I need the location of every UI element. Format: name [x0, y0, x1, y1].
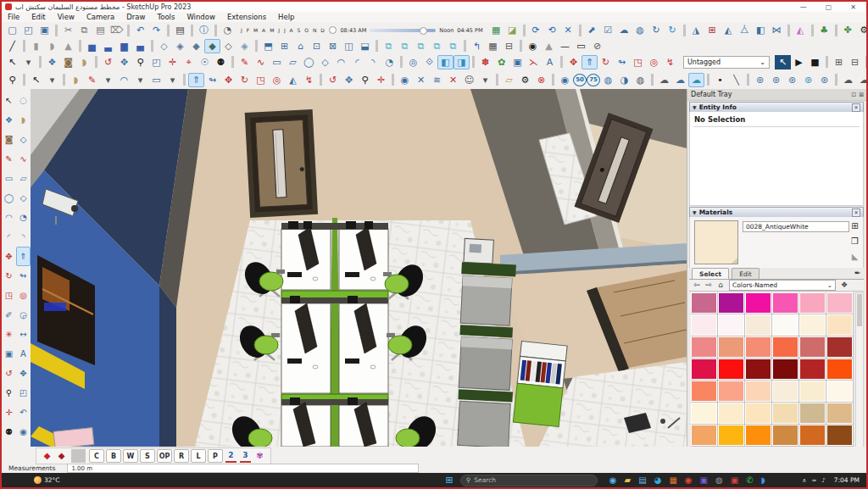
circle-tool-icon[interactable]: ◯ — [2, 188, 16, 208]
tag-tool-icon[interactable]: ◇ — [16, 130, 31, 149]
color-swatch[interactable] — [691, 292, 717, 314]
dimension-mode-button[interactable]: 2 — [225, 449, 236, 463]
style-xray-icon[interactable]: ◈ — [236, 39, 253, 53]
freehand-icon[interactable]: ∿ — [253, 55, 269, 69]
dd4-icon[interactable]: ▾ — [164, 73, 181, 87]
dd5-icon[interactable]: ▾ — [477, 73, 493, 87]
cloud-download-icon[interactable]: ☁ — [616, 23, 632, 37]
toolbar-icon[interactable] — [214, 25, 217, 36]
undo-icon[interactable]: ↶ — [132, 23, 148, 37]
two-pt-arc-tool-icon[interactable]: ◜ — [2, 227, 16, 247]
layer-tool-button[interactable]: B — [106, 449, 121, 463]
copy1-icon[interactable]: ⧉ — [381, 39, 397, 53]
push-pull2-icon[interactable]: ⇑ — [188, 73, 204, 87]
mirror2-icon[interactable]: ◭ — [285, 73, 301, 87]
twist-icon[interactable]: ↯ — [662, 55, 678, 69]
polygon-tool-icon[interactable]: ◇ — [16, 188, 31, 208]
play-animation-icon[interactable]: ▶ — [791, 55, 807, 69]
rotated-rect-icon[interactable]: ▱ — [285, 55, 301, 69]
zoom-ext2-icon[interactable]: ✛ — [373, 73, 389, 87]
close-button[interactable]: ✕ — [850, 3, 856, 11]
menu-item[interactable]: Camera — [81, 13, 120, 21]
tray-network-icon[interactable]: ≈ — [811, 477, 816, 484]
layer-tool-button[interactable]: W — [123, 449, 138, 463]
color-swatch[interactable] — [745, 336, 771, 358]
color-swatch[interactable] — [826, 358, 853, 380]
rectangle-icon[interactable]: ▭ — [269, 55, 285, 69]
toolbar-icon[interactable] — [127, 25, 130, 36]
layer-tool-button[interactable]: P — [208, 449, 223, 463]
style-wireframe-icon[interactable]: ◇ — [156, 39, 172, 53]
walk-tool-icon[interactable]: ⚉ — [2, 422, 16, 442]
taskbar-telegram-icon[interactable]: ◗ — [761, 476, 765, 485]
orbit2-icon[interactable]: ↺ — [325, 73, 341, 87]
position-camera-icon[interactable]: ☉ — [197, 55, 213, 69]
fifty-icon[interactable]: 50 — [573, 74, 587, 86]
rotated-rect-tool-icon[interactable]: ▱ — [16, 169, 31, 188]
lasso-tool-icon[interactable]: ◌ — [16, 91, 31, 110]
select-icon[interactable]: ↖ — [4, 55, 20, 69]
orbit-icon[interactable]: ↺ — [100, 55, 116, 69]
eye-icon[interactable]: ◉ — [557, 73, 573, 87]
style-hiddenline-icon[interactable]: ◈ — [172, 39, 188, 53]
rotate2-icon[interactable]: ↻ — [236, 73, 253, 87]
toolbar-icon[interactable] — [605, 39, 866, 53]
toolbar-icon[interactable] — [865, 56, 866, 68]
axes-tool-icon[interactable]: ✳ — [2, 325, 16, 344]
color-swatch[interactable] — [826, 381, 853, 402]
pencil2-icon[interactable]: ✎ — [84, 73, 100, 87]
zoom3-icon[interactable]: ⚲ — [357, 73, 373, 87]
select-tool-icon[interactable]: ↖ — [2, 91, 16, 110]
pan2-icon[interactable]: ✥ — [341, 73, 357, 87]
toolbar-icon[interactable] — [167, 25, 170, 36]
toolbar-icon[interactable] — [183, 74, 186, 86]
open-icon[interactable]: ◰ — [20, 23, 36, 37]
menu-item[interactable]: Extensions — [221, 13, 272, 21]
shadow-date-slider[interactable] — [329, 26, 337, 34]
paint-bucket-tool-icon[interactable]: ◙ — [2, 130, 16, 149]
taskbar-whatsapp-icon[interactable]: ✆ — [746, 476, 753, 485]
color-swatch[interactable] — [691, 425, 717, 446]
color-swatch[interactable] — [826, 425, 853, 446]
toolbar-icon[interactable] — [787, 25, 790, 36]
move2-icon[interactable]: ✥ — [220, 73, 236, 87]
sandbox-grid-icon[interactable]: ⊞ — [704, 23, 721, 37]
layer-tool-button[interactable]: OP — [157, 449, 172, 463]
report-icon[interactable]: ⊟ — [501, 39, 517, 53]
toolbar-icon[interactable] — [255, 40, 258, 52]
color-swatch[interactable] — [799, 314, 826, 336]
cloud-up-icon[interactable]: ☁ — [672, 73, 688, 87]
flip-edge-icon[interactable]: ⋈ — [769, 23, 785, 37]
paint-bucket-icon[interactable]: ◙ — [60, 55, 76, 69]
follow2-icon[interactable]: ↬ — [204, 73, 220, 87]
color-swatch[interactable] — [718, 381, 744, 402]
dimension-tool-icon[interactable]: ↔ — [16, 325, 31, 344]
rect2-icon[interactable]: ▭ — [148, 73, 164, 87]
copy3-icon[interactable]: ⧉ — [413, 39, 429, 53]
menu-item[interactable]: Edit — [25, 13, 51, 21]
hex2-icon[interactable]: ⊛ — [768, 73, 784, 87]
toolbar-icon[interactable] — [400, 56, 403, 68]
tray-chevron-icon[interactable]: ∧ — [802, 477, 806, 484]
color-swatch[interactable] — [745, 403, 771, 424]
taskbar-monitor-icon[interactable]: ▤ — [638, 476, 646, 485]
tag-dropdown[interactable]: Untagged⌄ — [683, 56, 770, 69]
plugin-icon[interactable] — [71, 449, 86, 463]
hex1-icon[interactable]: ⊛ — [752, 73, 768, 87]
toolbar-icon[interactable] — [747, 74, 749, 86]
contrast-icon[interactable]: ◑ — [616, 73, 632, 87]
sample-paint-icon[interactable]: ✒ — [851, 267, 864, 279]
taskbar-edge-icon[interactable]: ◕ — [654, 476, 662, 485]
avatar-icon[interactable]: ☺ — [461, 73, 477, 87]
color-swatch[interactable] — [718, 358, 744, 380]
toolbar-icon[interactable] — [63, 74, 65, 86]
line-weight-icon[interactable]: ╱ — [4, 39, 20, 53]
toolbar-icon[interactable] — [23, 40, 25, 52]
display-pane-icon[interactable]: ❒ — [849, 235, 861, 247]
three-point-arc-icon[interactable]: ◝ — [365, 55, 381, 69]
checkbox-icon[interactable]: ☑ — [600, 23, 616, 37]
dd1-icon[interactable]: ▾ — [44, 73, 60, 87]
style-textured-icon[interactable]: ◆ — [204, 39, 220, 53]
color-swatch[interactable] — [691, 314, 717, 336]
three-pt-arc-tool-icon[interactable]: ◝ — [16, 227, 31, 247]
